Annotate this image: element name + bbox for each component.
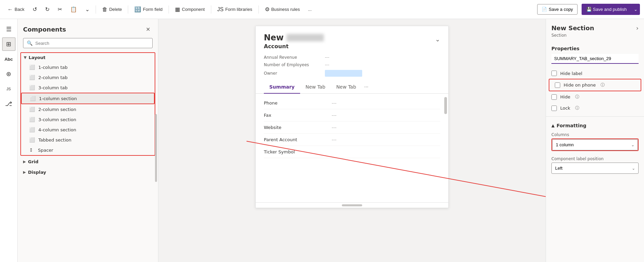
grid-group-label: Grid bbox=[28, 159, 38, 164]
grid-chevron-icon: ▶ bbox=[23, 160, 26, 164]
display-group-header[interactable]: ▶ Display bbox=[20, 168, 155, 177]
component-label-position-select[interactable]: Left Right Top bbox=[551, 163, 639, 174]
form-field-icon: 🔡 bbox=[134, 6, 141, 13]
tab-summary[interactable]: Summary bbox=[264, 81, 300, 94]
components-list: ▼ Layout ⬜ 1-column tab ⬜ 2-column tab ⬜… bbox=[18, 52, 158, 262]
list-item[interactable]: ↕ Spacer bbox=[21, 145, 155, 155]
panel-title: Components bbox=[23, 26, 66, 33]
list-item[interactable]: ⬜ 2-column section bbox=[21, 104, 155, 114]
tree-icon: ⎇ bbox=[5, 100, 12, 108]
tab-new-2[interactable]: New Tab bbox=[331, 81, 362, 94]
save-copy-label: Save a copy bbox=[549, 7, 573, 12]
component-button[interactable]: ▦ Component bbox=[172, 4, 208, 15]
save-publish-label: Save and publish bbox=[593, 7, 627, 12]
columns-select[interactable]: 1 column 2 columns 3 columns bbox=[552, 139, 638, 150]
layout-chevron-icon: ▼ bbox=[24, 55, 26, 60]
layers-rail-button[interactable]: ⊛ bbox=[2, 67, 16, 81]
hide-on-phone-info-icon: ⓘ bbox=[601, 82, 605, 88]
panel-close-button[interactable]: ✕ bbox=[143, 24, 153, 34]
redo-button[interactable]: ↻ bbox=[42, 4, 53, 15]
expand-icon[interactable]: ⌄ bbox=[435, 36, 440, 43]
business-rules-button[interactable]: ⚙ Business rules bbox=[261, 4, 304, 15]
form-field-button[interactable]: 🔡 Form field bbox=[131, 4, 166, 15]
sec2-icon: ⬜ bbox=[29, 107, 35, 112]
list-item[interactable]: ⬜ Tabbed section bbox=[21, 135, 155, 145]
search-icon: 🔍 bbox=[27, 40, 33, 46]
form-libraries-button[interactable]: JS Form libraries bbox=[214, 4, 256, 15]
field-phone-value: --- bbox=[332, 100, 336, 106]
list-item[interactable]: ⬜ 2-column tab bbox=[21, 72, 155, 82]
tab-new-1[interactable]: New Tab bbox=[300, 81, 331, 94]
one-column-section-item[interactable]: ⬜ 1-column section bbox=[21, 93, 155, 104]
tab2-icon: ⬜ bbox=[29, 75, 35, 80]
save-copy-button[interactable]: 📄 Save a copy bbox=[537, 4, 578, 15]
business-rules-label: Business rules bbox=[271, 7, 300, 12]
search-box[interactable]: 🔍 bbox=[23, 38, 153, 48]
field-ticker-row: Ticker Symbol bbox=[264, 146, 440, 158]
components-rail-button[interactable]: ⊞ bbox=[2, 37, 16, 51]
field-phone-row: Phone --- bbox=[264, 97, 440, 109]
field-annual-revenue-label: Annual Revenue bbox=[264, 55, 325, 60]
list-item[interactable]: ⬜ 3-column tab bbox=[21, 82, 155, 93]
hide-checkbox[interactable] bbox=[551, 94, 557, 100]
display-group-label: Display bbox=[28, 170, 46, 175]
cut-icon: ✂ bbox=[58, 6, 62, 13]
dropdown-more-button[interactable]: ⌄ bbox=[82, 4, 93, 15]
form-content-scrollbar[interactable] bbox=[444, 97, 447, 114]
hide-label-checkbox[interactable] bbox=[551, 71, 557, 76]
layout-group-header[interactable]: ▼ Layout bbox=[21, 53, 155, 62]
tab-more-button[interactable]: ··· bbox=[362, 81, 371, 93]
divider-1 bbox=[96, 5, 96, 14]
dropdown-chevron-icon: ⌄ bbox=[634, 7, 638, 12]
js-rail-button[interactable]: JS bbox=[2, 82, 16, 96]
panel-scrollbar[interactable] bbox=[155, 114, 157, 182]
text-rail-button[interactable]: Abc bbox=[2, 52, 16, 66]
delete-button[interactable]: 🗑 Delete bbox=[99, 4, 125, 15]
more-options-button[interactable]: ... bbox=[305, 5, 315, 14]
icon-rail: ☰ ⊞ Abc ⊛ JS ⎇ bbox=[0, 19, 18, 262]
js-icon: JS bbox=[217, 6, 224, 13]
panel-header: Components ✕ bbox=[18, 19, 158, 37]
lock-checkbox[interactable] bbox=[551, 106, 557, 111]
trash-icon: 🗑 bbox=[102, 6, 108, 13]
form-title-main: New bbox=[264, 33, 284, 42]
paste-button[interactable]: 📋 bbox=[67, 4, 80, 15]
hide-label-text: Hide label bbox=[560, 71, 582, 76]
layout-group-label: Layout bbox=[28, 55, 45, 60]
back-icon: ← bbox=[7, 6, 13, 13]
field-fax-label: Fax bbox=[264, 113, 332, 118]
props-name-input[interactable] bbox=[551, 54, 639, 64]
hide-on-phone-checkbox[interactable] bbox=[555, 82, 560, 88]
hamburger-icon: ☰ bbox=[6, 25, 12, 33]
grid-group-header[interactable]: ▶ Grid bbox=[20, 157, 155, 166]
cut-button[interactable]: ✂ bbox=[54, 4, 65, 15]
scroll-thumb[interactable] bbox=[342, 204, 362, 206]
item-label: 2-column tab bbox=[38, 75, 67, 80]
delete-label: Delete bbox=[109, 7, 122, 12]
display-chevron-icon: ▶ bbox=[23, 170, 26, 174]
hamburger-button[interactable]: ☰ bbox=[2, 22, 16, 36]
back-button[interactable]: ← Back bbox=[4, 4, 28, 15]
item-label: Spacer bbox=[38, 148, 53, 153]
list-item[interactable]: ⬜ 4-column section bbox=[21, 125, 155, 135]
field-website-label: Website bbox=[264, 125, 332, 130]
list-item[interactable]: ⬜ 1-column tab bbox=[21, 62, 155, 72]
hide-on-phone-text: Hide on phone bbox=[564, 82, 596, 88]
sec4-icon: ⬜ bbox=[29, 127, 35, 132]
tree-rail-button[interactable]: ⎇ bbox=[2, 97, 16, 111]
save-publish-dropdown[interactable]: ⌄ bbox=[631, 4, 640, 15]
undo-icon: ↺ bbox=[33, 6, 37, 13]
search-input[interactable] bbox=[35, 41, 149, 46]
field-website-row: Website --- bbox=[264, 121, 440, 134]
paste-icon: 📋 bbox=[70, 6, 77, 13]
hide-text: Hide bbox=[560, 94, 570, 99]
undo-button[interactable]: ↺ bbox=[29, 4, 40, 15]
save-publish-button[interactable]: 💾 Save and publish bbox=[582, 4, 631, 15]
list-item[interactable]: ⬜ 3-column section bbox=[21, 114, 155, 125]
save-icon: 💾 bbox=[586, 7, 592, 12]
formatting-header[interactable]: ▲ Formatting bbox=[546, 119, 644, 131]
props-expand-button[interactable]: › bbox=[636, 24, 639, 32]
component-icon: ▦ bbox=[175, 6, 180, 13]
lock-row: Lock ⓘ bbox=[546, 102, 644, 114]
form-header-area: New Account ⌄ bbox=[256, 26, 448, 50]
